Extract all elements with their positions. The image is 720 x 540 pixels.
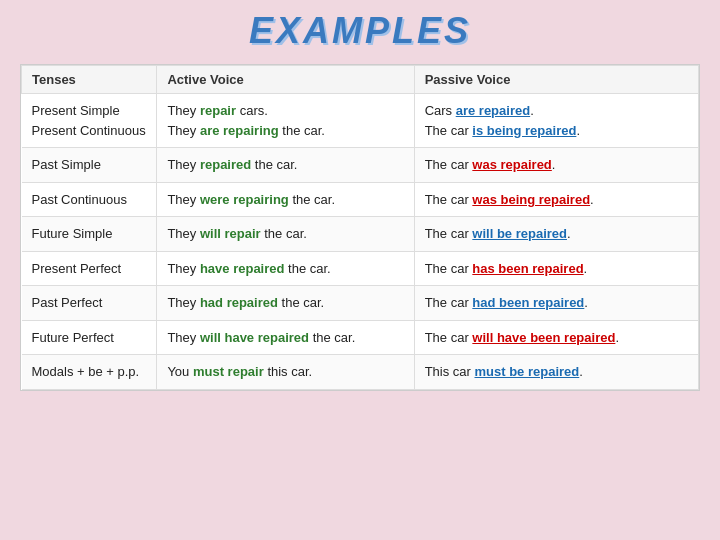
table-body: Present SimplePresent ContinuousThey rep… bbox=[22, 94, 699, 390]
table-cell: They will have repaired the car. bbox=[157, 320, 414, 355]
table-cell: The car was repaired. bbox=[414, 148, 698, 183]
tense-cell: Past Continuous bbox=[22, 182, 157, 217]
tense-cell: Present Perfect bbox=[22, 251, 157, 286]
table-cell: They were repairing the car. bbox=[157, 182, 414, 217]
page-title: Examples bbox=[249, 10, 471, 52]
table-row: Future SimpleThey will repair the car.Th… bbox=[22, 217, 699, 252]
tense-cell: Past Perfect bbox=[22, 286, 157, 321]
table-row: Past SimpleThey repaired the car.The car… bbox=[22, 148, 699, 183]
tense-cell: Future Perfect bbox=[22, 320, 157, 355]
table-cell: The car has been repaired. bbox=[414, 251, 698, 286]
table-cell: Cars are repaired.The car is being repai… bbox=[414, 94, 698, 148]
header-passive-voice: Passive Voice bbox=[414, 66, 698, 94]
table-row: Past PerfectThey had repaired the car.Th… bbox=[22, 286, 699, 321]
examples-table: Tenses Active Voice Passive Voice Presen… bbox=[21, 65, 699, 390]
examples-table-container: Tenses Active Voice Passive Voice Presen… bbox=[20, 64, 700, 391]
table-cell: They will repair the car. bbox=[157, 217, 414, 252]
tense-cell: Past Simple bbox=[22, 148, 157, 183]
tense-cell: Future Simple bbox=[22, 217, 157, 252]
table-header-row: Tenses Active Voice Passive Voice bbox=[22, 66, 699, 94]
header-active-voice: Active Voice bbox=[157, 66, 414, 94]
table-row: Future PerfectThey will have repaired th… bbox=[22, 320, 699, 355]
header-tenses: Tenses bbox=[22, 66, 157, 94]
table-row: Modals + be + p.p.You must repair this c… bbox=[22, 355, 699, 390]
table-cell: This car must be repaired. bbox=[414, 355, 698, 390]
table-cell: They have repaired the car. bbox=[157, 251, 414, 286]
table-cell: They repair cars.They are repairing the … bbox=[157, 94, 414, 148]
tense-cell: Present SimplePresent Continuous bbox=[22, 94, 157, 148]
table-cell: The car had been repaired. bbox=[414, 286, 698, 321]
table-cell: The car will have been repaired. bbox=[414, 320, 698, 355]
table-cell: You must repair this car. bbox=[157, 355, 414, 390]
tense-cell: Modals + be + p.p. bbox=[22, 355, 157, 390]
table-cell: The car was being repaired. bbox=[414, 182, 698, 217]
table-cell: They had repaired the car. bbox=[157, 286, 414, 321]
table-row: Present PerfectThey have repaired the ca… bbox=[22, 251, 699, 286]
table-cell: The car will be repaired. bbox=[414, 217, 698, 252]
table-row: Past ContinuousThey were repairing the c… bbox=[22, 182, 699, 217]
table-row: Present SimplePresent ContinuousThey rep… bbox=[22, 94, 699, 148]
table-cell: They repaired the car. bbox=[157, 148, 414, 183]
